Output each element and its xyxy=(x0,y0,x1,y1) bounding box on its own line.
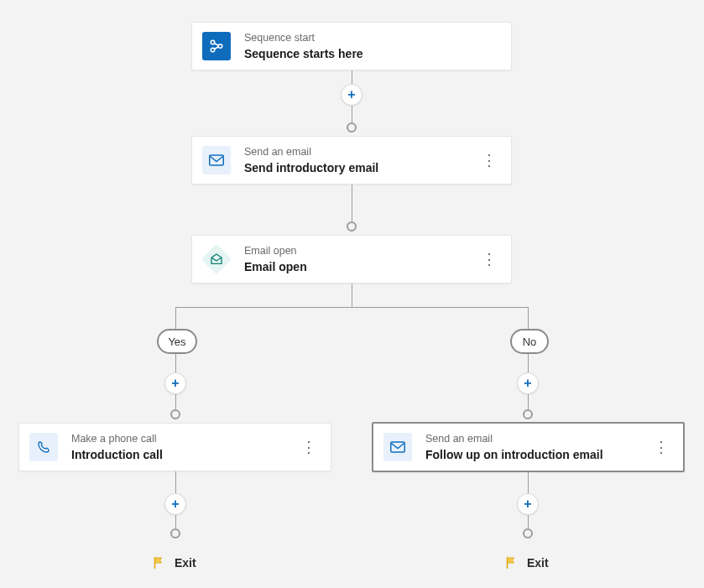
node-type-label: Send an email xyxy=(244,145,479,159)
add-step-button[interactable]: + xyxy=(341,84,362,106)
connector-line xyxy=(528,515,529,528)
connector-line xyxy=(175,471,176,493)
mail-open-icon xyxy=(202,245,231,273)
node-title-label: Send introductory email xyxy=(244,160,479,176)
flag-icon xyxy=(151,555,166,570)
connector-line xyxy=(175,307,176,329)
add-step-button[interactable]: + xyxy=(517,372,539,394)
connector-dot xyxy=(170,409,180,419)
node-send-intro-email[interactable]: Send an email Send introductory email ⋮ xyxy=(191,136,512,185)
connector-line xyxy=(175,307,528,308)
node-more-button[interactable]: ⋮ xyxy=(299,437,319,457)
plus-icon: + xyxy=(524,497,531,512)
node-follow-up-email[interactable]: Send an email Follow up on introduction … xyxy=(372,422,685,472)
exit-node-left: Exit xyxy=(151,555,196,570)
plus-icon: + xyxy=(171,497,179,512)
connector-dot xyxy=(523,528,533,539)
add-step-button[interactable]: + xyxy=(164,493,186,515)
node-type-label: Send an email xyxy=(425,432,651,445)
node-condition-email-open[interactable]: Email open Email open ⋮ xyxy=(191,235,512,284)
connector-line xyxy=(352,284,352,307)
connector-line xyxy=(528,307,529,329)
svg-rect-4 xyxy=(391,442,405,452)
node-title-label: Introduction call xyxy=(71,447,299,463)
exit-label: Exit xyxy=(527,556,549,570)
phone-icon xyxy=(29,433,58,461)
add-step-button[interactable]: + xyxy=(164,372,186,394)
connector-line xyxy=(528,472,529,493)
mail-icon xyxy=(383,433,412,461)
flow-start-icon xyxy=(202,32,231,60)
node-sequence-start[interactable]: Sequence start Sequence starts here xyxy=(191,22,512,70)
node-title-label: Follow up on introduction email xyxy=(425,447,651,463)
node-type-label: Email open xyxy=(244,244,479,258)
node-introduction-call[interactable]: Make a phone call Introduction call ⋮ xyxy=(18,423,331,471)
branch-label-no[interactable]: No xyxy=(510,329,549,354)
plus-icon: + xyxy=(171,376,179,391)
connector-line xyxy=(175,354,176,372)
connector-line xyxy=(175,515,176,528)
exit-node-right: Exit xyxy=(503,555,549,570)
connector-line xyxy=(352,185,352,221)
connector-dot xyxy=(170,528,180,539)
pill-text: Yes xyxy=(168,336,185,348)
node-type-label: Sequence start xyxy=(244,31,499,44)
node-more-button[interactable]: ⋮ xyxy=(479,249,499,269)
connector-dot xyxy=(347,122,357,133)
exit-label: Exit xyxy=(175,556,196,570)
add-step-button[interactable]: + xyxy=(517,493,539,515)
connector-line xyxy=(352,70,352,84)
plus-icon: + xyxy=(347,87,355,102)
connector-line xyxy=(528,354,529,372)
connector-dot xyxy=(523,409,533,419)
branch-label-yes[interactable]: Yes xyxy=(157,329,197,354)
node-type-label: Make a phone call xyxy=(71,432,299,445)
node-title-label: Email open xyxy=(244,259,479,275)
sequence-canvas: Sequence start Sequence starts here + Se… xyxy=(0,0,704,588)
connector-dot xyxy=(347,221,357,232)
flag-icon xyxy=(503,555,519,570)
svg-rect-3 xyxy=(210,155,224,165)
connector-line xyxy=(352,106,352,122)
connector-line xyxy=(175,394,176,409)
pill-text: No xyxy=(523,336,537,348)
node-title-label: Sequence starts here xyxy=(244,46,499,62)
connector-line xyxy=(528,394,529,409)
node-more-button[interactable]: ⋮ xyxy=(651,437,671,457)
plus-icon: + xyxy=(524,376,531,391)
svg-point-2 xyxy=(218,44,222,49)
node-more-button[interactable]: ⋮ xyxy=(479,150,499,170)
mail-icon xyxy=(202,146,231,174)
